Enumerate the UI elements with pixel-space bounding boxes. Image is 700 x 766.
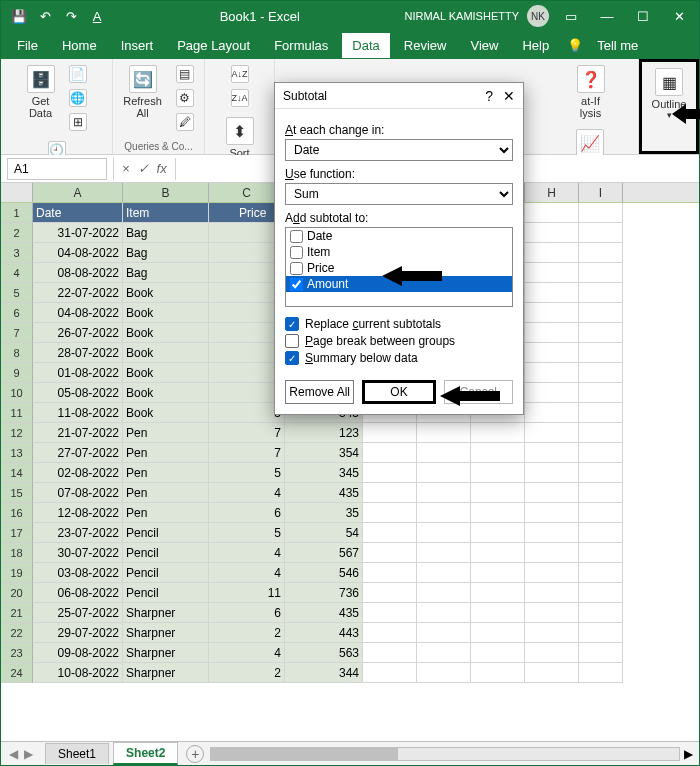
tab-help[interactable]: Help	[512, 33, 559, 58]
cell-item[interactable]: Book	[123, 283, 209, 303]
cell-date[interactable]: 04-08-2022	[33, 243, 123, 263]
cell[interactable]	[471, 523, 525, 543]
cell[interactable]	[579, 203, 623, 223]
new-sheet-button[interactable]: +	[186, 745, 204, 763]
cell-date[interactable]: 06-08-2022	[33, 583, 123, 603]
cell[interactable]	[417, 563, 471, 583]
scroll-right-icon[interactable]: ▶	[680, 747, 693, 761]
cell[interactable]	[579, 383, 623, 403]
cell[interactable]	[579, 543, 623, 563]
row-header[interactable]: 13	[1, 443, 33, 463]
cell[interactable]	[363, 503, 417, 523]
cell-date[interactable]: 30-07-2022	[33, 543, 123, 563]
cell-date[interactable]: 21-07-2022	[33, 423, 123, 443]
cell[interactable]	[363, 463, 417, 483]
cell-date[interactable]: 01-08-2022	[33, 363, 123, 383]
row-header[interactable]: 7	[1, 323, 33, 343]
queries-icon[interactable]: ▤	[172, 63, 198, 85]
cell[interactable]	[579, 323, 623, 343]
properties-icon[interactable]: ⚙	[172, 87, 198, 109]
close-icon[interactable]: ✕	[665, 2, 693, 30]
cell[interactable]	[579, 563, 623, 583]
cell[interactable]	[417, 543, 471, 563]
cell[interactable]	[525, 623, 579, 643]
cell[interactable]	[471, 443, 525, 463]
cell-header-item[interactable]: Item	[123, 203, 209, 223]
cell-date[interactable]: 27-07-2022	[33, 443, 123, 463]
tell-me[interactable]: Tell me	[587, 33, 648, 58]
cell-item[interactable]: Pen	[123, 503, 209, 523]
cell[interactable]	[471, 623, 525, 643]
from-web-icon[interactable]: 🌐	[65, 87, 91, 109]
cell[interactable]	[525, 283, 579, 303]
cell[interactable]	[363, 583, 417, 603]
cell[interactable]	[363, 443, 417, 463]
cell-item[interactable]: Pencil	[123, 523, 209, 543]
row-header[interactable]: 12	[1, 423, 33, 443]
cell-qty[interactable]: 4	[209, 643, 285, 663]
row-header[interactable]: 18	[1, 543, 33, 563]
edit-links-icon[interactable]: 🖉	[172, 111, 198, 133]
ok-button[interactable]: OK	[362, 380, 435, 404]
row-header[interactable]: 10	[1, 383, 33, 403]
cell-date[interactable]: 12-08-2022	[33, 503, 123, 523]
row-header[interactable]: 2	[1, 223, 33, 243]
cell[interactable]	[417, 583, 471, 603]
cell-item[interactable]: Bag	[123, 263, 209, 283]
cell-qty[interactable]: 7	[209, 443, 285, 463]
from-text-icon[interactable]: 📄	[65, 63, 91, 85]
cell[interactable]	[417, 523, 471, 543]
cell-item[interactable]: Book	[123, 323, 209, 343]
chk-page-break[interactable]: Page break between groups	[285, 334, 513, 348]
remove-all-button[interactable]: Remove All	[285, 380, 354, 404]
cell[interactable]	[579, 603, 623, 623]
sheet-prev-icon[interactable]: ◀	[9, 747, 18, 761]
cell-item[interactable]: Sharpner	[123, 623, 209, 643]
cell[interactable]	[471, 603, 525, 623]
cell[interactable]	[525, 223, 579, 243]
cell[interactable]	[579, 503, 623, 523]
cell-date[interactable]: 26-07-2022	[33, 323, 123, 343]
tab-home[interactable]: Home	[52, 33, 107, 58]
chk-summary[interactable]: ✓Summary below data	[285, 351, 513, 365]
cell[interactable]	[525, 343, 579, 363]
cell[interactable]	[579, 483, 623, 503]
cell[interactable]	[579, 303, 623, 323]
cell[interactable]	[471, 663, 525, 683]
cell-qty[interactable]: 7	[209, 423, 285, 443]
cell[interactable]	[363, 543, 417, 563]
cell[interactable]	[579, 443, 623, 463]
cell[interactable]	[525, 583, 579, 603]
cell-item[interactable]: Pencil	[123, 583, 209, 603]
cell[interactable]	[525, 203, 579, 223]
what-if-button[interactable]: ❓ at-If lysis	[573, 63, 609, 121]
cell[interactable]	[525, 263, 579, 283]
cell[interactable]	[363, 603, 417, 623]
cell-qty[interactable]: 6	[209, 603, 285, 623]
help-icon[interactable]: ?	[485, 88, 493, 104]
cell[interactable]	[579, 523, 623, 543]
row-header[interactable]: 5	[1, 283, 33, 303]
cell[interactable]	[579, 263, 623, 283]
cell-amount[interactable]: 435	[285, 603, 363, 623]
cell-date[interactable]: 25-07-2022	[33, 603, 123, 623]
fx-icon[interactable]: fx	[157, 161, 167, 176]
redo-icon[interactable]: ↷	[61, 6, 81, 26]
cell[interactable]	[417, 463, 471, 483]
ribbon-options-icon[interactable]: ▭	[557, 2, 585, 30]
maximize-icon[interactable]: ☐	[629, 2, 657, 30]
tab-page-layout[interactable]: Page Layout	[167, 33, 260, 58]
use-function-select[interactable]: Sum	[285, 183, 513, 205]
cell[interactable]	[471, 423, 525, 443]
cell[interactable]	[525, 563, 579, 583]
sort-za-icon[interactable]: Z↓A	[227, 87, 253, 109]
cell-item[interactable]: Book	[123, 403, 209, 423]
cell[interactable]	[471, 583, 525, 603]
cell[interactable]	[525, 303, 579, 323]
cell[interactable]	[417, 503, 471, 523]
cell-item[interactable]: Book	[123, 303, 209, 323]
cell[interactable]	[579, 583, 623, 603]
cell-item[interactable]: Book	[123, 383, 209, 403]
row-header[interactable]: 14	[1, 463, 33, 483]
row-header[interactable]: 19	[1, 563, 33, 583]
